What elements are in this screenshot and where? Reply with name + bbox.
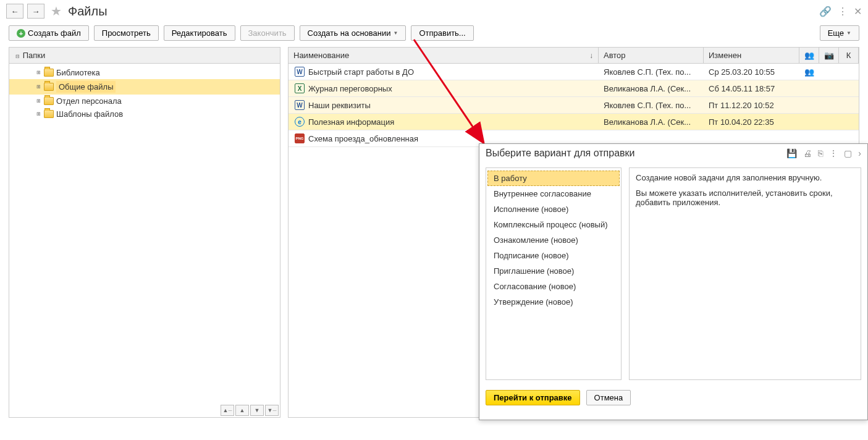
expand-icon[interactable]: ⊞ <box>35 84 41 90</box>
cancel-button[interactable]: Отмена <box>586 390 631 405</box>
table-row[interactable]: WБыстрый старт работы в ДО Яковлев С.П. … <box>289 64 859 80</box>
nav-last[interactable]: ▼— <box>265 405 279 416</box>
more-button[interactable]: Еще ▼ <box>820 25 859 41</box>
send-dialog: Выберите вариант для отправки 💾 🖨 ⎘ ⋮ ▢ … <box>479 143 868 420</box>
option-item[interactable]: Ознакомление (новое) <box>487 232 620 248</box>
option-item[interactable]: Комплексный процесс (новый) <box>487 217 620 232</box>
option-item[interactable]: Согласование (новое) <box>487 279 620 294</box>
option-item[interactable]: Утверждение (новое) <box>487 294 620 310</box>
th-users[interactable]: 👥 <box>799 48 819 63</box>
finish-button: Закончить <box>240 25 295 41</box>
save-icon[interactable]: 💾 <box>786 148 797 158</box>
option-description: Создание новой задачи для заполнения вру… <box>629 167 861 380</box>
browser-icon: e <box>295 117 305 127</box>
open-icon[interactable]: ⎘ <box>818 148 823 158</box>
sort-icon: ↓ <box>589 51 593 60</box>
back-button[interactable]: ← <box>6 4 23 19</box>
table-row[interactable]: XЖурнал переговорных Великанова Л.А. (Се… <box>289 80 859 97</box>
option-item[interactable]: Внутреннее согласование <box>487 186 620 201</box>
go-button[interactable]: Перейти к отправке <box>486 390 580 405</box>
create-based-button[interactable]: Создать на основании ▼ <box>300 25 407 41</box>
th-author[interactable]: Автор <box>599 48 704 63</box>
maximize-icon[interactable]: ▢ <box>844 148 852 158</box>
expand-icon[interactable]: ⊞ <box>35 70 41 75</box>
kebab-icon[interactable]: ⋮ <box>838 6 848 17</box>
folder-icon <box>44 83 54 91</box>
tree-node-hr[interactable]: ⊞ Отдел персонала <box>9 95 280 108</box>
option-item[interactable]: Приглашение (новое) <box>487 263 620 279</box>
close-icon[interactable]: › <box>858 148 861 158</box>
nav-first[interactable]: ▲— <box>221 405 234 416</box>
collapse-icon[interactable]: ⊟ <box>14 54 20 59</box>
create-file-label: Создать файл <box>28 28 81 38</box>
nav-up[interactable]: ▲ <box>235 405 249 416</box>
users-icon: 👥 <box>804 67 814 77</box>
edit-button[interactable]: Редактировать <box>164 25 235 41</box>
tree-node-library[interactable]: ⊞ Библиотека <box>9 66 280 79</box>
th-name[interactable]: Наименование ↓ <box>289 48 599 63</box>
option-item[interactable]: В работу <box>487 171 620 186</box>
close-icon[interactable]: ✕ <box>854 6 862 17</box>
tree-header[interactable]: ⊟ Папки <box>9 48 280 64</box>
expand-icon[interactable]: ⊞ <box>35 98 41 104</box>
option-list: В работу Внутреннее согласование Исполне… <box>486 167 622 380</box>
chevron-down-icon: ▼ <box>393 30 398 36</box>
star-icon[interactable]: ★ <box>51 4 62 19</box>
dialog-title: Выберите вариант для отправки <box>486 148 780 159</box>
table-row[interactable]: eПолезная информация Великанова Л.А. (Се… <box>289 114 859 130</box>
kebab-icon[interactable]: ⋮ <box>829 148 838 158</box>
camera-icon: 📷 <box>824 51 834 60</box>
th-cam[interactable]: 📷 <box>819 48 839 63</box>
option-item[interactable]: Подписание (новое) <box>487 248 620 263</box>
th-k[interactable]: К <box>839 48 859 63</box>
word-icon: W <box>295 100 305 110</box>
page-title: Файлы <box>68 4 107 19</box>
plus-icon: + <box>17 29 25 38</box>
option-item[interactable]: Исполнение (новое) <box>487 201 620 217</box>
create-file-button[interactable]: + Создать файл <box>9 25 89 41</box>
table-row[interactable]: WНаши реквизиты Яковлев С.П. (Тех. по...… <box>289 97 859 114</box>
send-button[interactable]: Отправить... <box>411 25 473 41</box>
print-icon[interactable]: 🖨 <box>803 148 812 158</box>
tree-node-shared[interactable]: ⊞ Общие файлы <box>9 79 280 95</box>
png-icon: PNG <box>295 133 305 143</box>
folder-icon <box>44 97 54 105</box>
forward-button[interactable]: → <box>27 4 44 19</box>
view-button[interactable]: Просмотреть <box>94 25 159 41</box>
tree-panel: ⊟ Папки ⊞ Библиотека ⊞ Общие файлы ⊞ Отд… <box>9 47 280 418</box>
word-icon: W <box>295 67 305 77</box>
tree-node-templates[interactable]: ⊞ Шаблоны файлов <box>9 108 280 121</box>
nav-down[interactable]: ▼ <box>250 405 264 416</box>
folder-icon <box>44 110 54 118</box>
users-icon: 👥 <box>804 51 814 60</box>
chevron-down-icon: ▼ <box>846 30 851 36</box>
folder-icon <box>44 69 54 77</box>
excel-icon: X <box>295 83 305 93</box>
link-icon[interactable]: 🔗 <box>819 6 832 17</box>
th-modified[interactable]: Изменен <box>704 48 799 63</box>
expand-icon[interactable]: ⊞ <box>35 111 41 117</box>
